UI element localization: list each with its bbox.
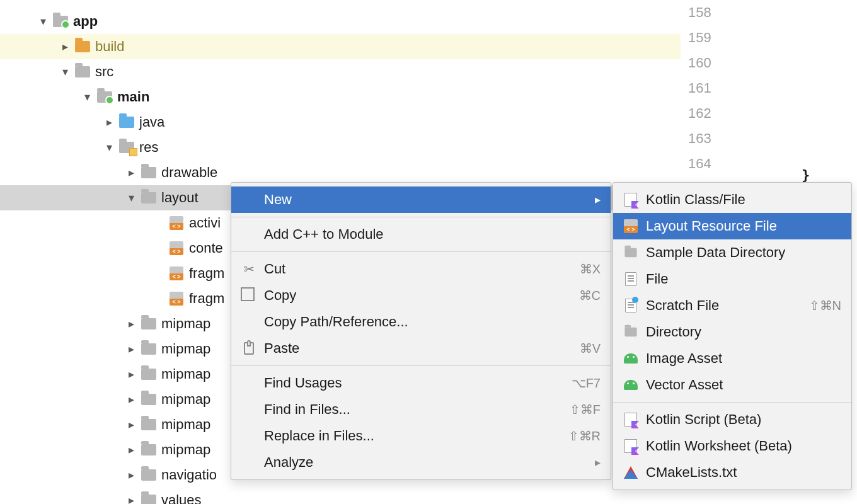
keyboard-shortcut: ⌘V <box>580 341 601 356</box>
scissors-icon: ✂ <box>240 261 258 277</box>
chevron-right-icon: ▸ <box>123 443 139 457</box>
tree-label: mipmap <box>158 366 210 382</box>
folder-icon <box>139 444 158 455</box>
xml-file-icon <box>167 241 186 255</box>
folder-icon <box>139 369 158 380</box>
folder-icon <box>139 495 158 504</box>
kotlin-file-icon <box>622 439 640 453</box>
folder-icon <box>139 192 158 203</box>
chevron-right-icon: ▸ <box>589 193 601 207</box>
tree-label: src <box>92 64 113 80</box>
menu-item-new[interactable]: New ▸ <box>231 186 611 213</box>
tree-item-src[interactable]: ▾ src <box>0 59 681 84</box>
chevron-right-icon: ▸ <box>123 493 139 504</box>
folder-icon <box>139 318 158 329</box>
tree-label: mipmap <box>158 391 210 408</box>
chevron-right-icon: ▸ <box>123 166 139 180</box>
folder-icon <box>622 247 640 258</box>
tree-label: app <box>70 13 98 30</box>
tree-item-res[interactable]: ▾ res <box>0 135 681 160</box>
folder-icon <box>139 469 158 481</box>
menu-item-cmakelists[interactable]: CMakeLists.txt <box>613 459 851 486</box>
menu-separator <box>613 402 851 403</box>
gutter-line[interactable]: 162 <box>681 101 769 126</box>
copy-icon <box>240 290 258 301</box>
tree-label: mipmap <box>158 341 210 357</box>
menu-item-sample-data-dir[interactable]: Sample Data Directory <box>613 239 851 266</box>
clipboard-icon <box>240 342 258 355</box>
menu-item-kotlin-class[interactable]: Kotlin Class/File <box>613 186 851 213</box>
gutter-line[interactable]: 160 <box>681 50 769 76</box>
chevron-right-icon: ▸ <box>589 455 601 469</box>
scratch-file-icon <box>622 299 640 312</box>
gutter-line[interactable]: 163 <box>681 126 769 151</box>
menu-item-find-usages[interactable]: Find Usages ⌥F7 <box>231 370 611 396</box>
keyboard-shortcut: ⇧⌘R <box>568 428 601 444</box>
tree-label: values <box>158 492 202 504</box>
folder-icon <box>117 117 136 128</box>
chevron-right-icon: ▸ <box>123 468 139 482</box>
chevron-right-icon: ▸ <box>57 40 73 54</box>
tree-item-app[interactable]: ▾ app <box>0 9 681 34</box>
menu-item-cut[interactable]: ✂ Cut ⌘X <box>231 256 611 282</box>
menu-item-find-in-files[interactable]: Find in Files... ⇧⌘F <box>231 396 611 423</box>
folder-icon <box>139 419 158 430</box>
folder-icon <box>139 394 158 405</box>
chevron-right-icon: ▸ <box>123 342 139 356</box>
chevron-down-icon: ▾ <box>123 191 139 205</box>
xml-file-icon <box>167 216 186 230</box>
gutter-line[interactable]: 164 <box>681 151 769 176</box>
menu-item-replace-in-files[interactable]: Replace in Files... ⇧⌘R <box>231 423 611 449</box>
menu-item-add-cpp[interactable]: Add C++ to Module <box>231 221 611 248</box>
menu-item-layout-resource-file[interactable]: Layout Resource File <box>613 213 851 239</box>
chevron-down-icon: ▾ <box>101 140 117 154</box>
menu-item-image-asset[interactable]: Image Asset <box>613 345 851 372</box>
xml-file-icon <box>167 266 186 280</box>
tree-label: fragm <box>186 265 224 282</box>
menu-item-scratch-file[interactable]: Scratch File ⇧⌘N <box>613 292 851 319</box>
menu-item-vector-asset[interactable]: Vector Asset <box>613 372 851 398</box>
menu-item-copy[interactable]: Copy ⌘C <box>231 282 611 309</box>
menu-item-kotlin-worksheet[interactable]: Kotlin Worksheet (Beta) <box>613 433 851 459</box>
chevron-down-icon: ▾ <box>35 14 51 28</box>
gutter-line[interactable]: 159 <box>681 25 769 50</box>
tree-label: activi <box>186 215 221 231</box>
kotlin-file-icon <box>622 413 640 427</box>
chevron-down-icon: ▾ <box>79 90 95 104</box>
tree-label: res <box>136 139 159 156</box>
tree-item-drawable[interactable]: ▸ drawable <box>0 160 681 185</box>
tree-item-values[interactable]: ▸ values <box>0 488 681 504</box>
menu-item-directory[interactable]: Directory <box>613 319 851 345</box>
keyboard-shortcut: ⌘C <box>579 288 601 303</box>
tree-label: java <box>136 114 164 130</box>
folder-icon <box>117 142 136 153</box>
tree-label: conte <box>186 240 223 256</box>
tree-item-java[interactable]: ▸ java <box>0 110 681 135</box>
keyboard-shortcut: ⇧⌘F <box>570 402 601 417</box>
tree-item-main[interactable]: ▾ main <box>0 84 681 110</box>
tree-label: mipmap <box>158 316 210 332</box>
tree-label: build <box>92 38 124 55</box>
gutter-line[interactable]: 161 <box>681 76 769 101</box>
gutter-line[interactable]: 158 <box>681 0 769 25</box>
menu-separator <box>231 251 611 252</box>
android-icon <box>622 380 640 390</box>
menu-item-paste[interactable]: Paste ⌘V <box>231 335 611 362</box>
chevron-right-icon: ▸ <box>123 418 139 432</box>
tree-label: mipmap <box>158 442 210 458</box>
kotlin-file-icon <box>622 193 640 207</box>
chevron-right-icon: ▸ <box>123 392 139 406</box>
menu-item-file[interactable]: File <box>613 266 851 292</box>
tree-label: layout <box>158 190 198 206</box>
tree-label: main <box>114 89 149 105</box>
chevron-down-icon: ▾ <box>57 65 73 79</box>
tree-item-build[interactable]: ▸ build <box>0 34 681 59</box>
folder-icon <box>73 41 92 52</box>
menu-item-kotlin-script[interactable]: Kotlin Script (Beta) <box>613 406 851 433</box>
context-menu: New ▸ Add C++ to Module ✂ Cut ⌘X Copy ⌘C… <box>231 182 611 480</box>
keyboard-shortcut: ⌘X <box>580 261 601 277</box>
menu-item-copy-path[interactable]: Copy Path/Reference... <box>231 309 611 335</box>
submenu-new: Kotlin Class/File Layout Resource File S… <box>613 182 852 490</box>
menu-item-analyze[interactable]: Analyze ▸ <box>231 449 611 476</box>
folder-icon <box>73 66 92 77</box>
